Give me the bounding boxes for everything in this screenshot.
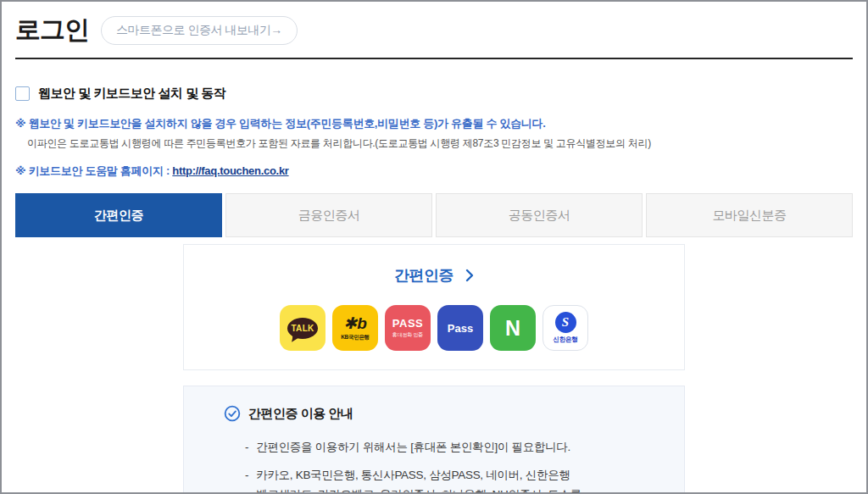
- tab-financial-cert[interactable]: 금융인증서: [225, 193, 432, 237]
- tab-mobile-id[interactable]: 모바일신분증: [646, 193, 853, 237]
- auth-provider-icons: TALK ✱b KB국민은행 PASS 휴대전화 인증 Pass N S: [184, 305, 684, 351]
- login-page: 로그인 스마트폰으로 인증서 내보내기→ 웹보안 및 키보드보안 설치 및 동작…: [0, 0, 868, 494]
- guide-bullet-line: 카카오, KB국민은행, 통신사PASS, 삼성PASS, 네이버, 신한은행: [256, 466, 581, 485]
- security-warning-text: ※ 웹보안 및 키보드보안을 설치하지 않을 경우 입력하는 정보(주민등록번호…: [15, 116, 853, 131]
- help-label: ※ 키보드보안 도움말 홈페이지 :: [15, 164, 172, 177]
- pass-sublabel: 휴대전화 인증: [392, 331, 423, 339]
- shinhan-bank-icon[interactable]: S 신한은행: [542, 305, 588, 351]
- keyboard-security-help-link[interactable]: http://faq.touchen.co.kr: [172, 164, 288, 177]
- guide-bullet: - 카카오, KB국민은행, 통신사PASS, 삼성PASS, 네이버, 신한은…: [245, 466, 659, 494]
- shinhan-bank-label: 신한은행: [554, 336, 578, 344]
- tab-simple-auth[interactable]: 간편인증: [15, 193, 222, 237]
- tab-joint-cert[interactable]: 공동인증서: [436, 193, 643, 237]
- shinhan-logo-icon: S: [555, 312, 576, 333]
- keyboard-security-help-line: ※ 키보드보안 도움말 홈페이지 : http://faq.touchen.co…: [15, 164, 853, 179]
- security-checkbox[interactable]: [15, 86, 30, 101]
- kb-bank-icon[interactable]: ✱b KB국민은행: [332, 305, 378, 351]
- samsung-pass-label: Pass: [448, 322, 473, 335]
- kb-logo-symbol: ✱b: [343, 315, 367, 331]
- simple-auth-heading[interactable]: 간편인증: [184, 265, 684, 286]
- kakaotalk-icon[interactable]: TALK: [280, 305, 326, 351]
- kb-bank-label: KB국민은행: [341, 334, 370, 341]
- guide-bullet-list: - 간편인증을 이용하기 위해서는 [휴대폰 본인확인]이 필요합니다. - 카…: [224, 438, 659, 494]
- naver-icon[interactable]: N: [490, 305, 536, 351]
- shinhan-logo-symbol: S: [562, 316, 569, 329]
- simple-auth-guide-box: 간편인증 이용 안내 - 간편인증을 이용하기 위해서는 [휴대폰 본인확인]이…: [183, 386, 685, 494]
- export-certificate-button[interactable]: 스마트폰으로 인증서 내보내기→: [101, 16, 298, 45]
- header-divider: [15, 58, 853, 59]
- pass-label: PASS: [392, 318, 423, 329]
- guide-heading: 간편인증 이용 안내: [224, 405, 659, 422]
- simple-auth-heading-label: 간편인증: [394, 265, 453, 286]
- samsung-pass-icon[interactable]: Pass: [437, 305, 483, 351]
- guide-bullet-line: 뱅크샐러드, 카카오뱅크, 우리인증서, 하나은행, NH인증서, 토스를: [256, 486, 581, 494]
- security-checkbox-row: 웹보안 및 키보드보안 설치 및 동작: [15, 86, 853, 102]
- page-header: 로그인 스마트폰으로 인증서 내보내기→: [2, 2, 866, 47]
- naver-n-label: N: [505, 316, 520, 341]
- bullet-dash: -: [245, 438, 248, 457]
- guide-bullet-line: 간편인증을 이용하기 위해서는 [휴대폰 본인확인]이 필요합니다.: [256, 438, 570, 457]
- pass-telecom-icon[interactable]: PASS 휴대전화 인증: [385, 305, 431, 351]
- guide-bullet: - 간편인증을 이용하기 위해서는 [휴대폰 본인확인]이 필요합니다.: [245, 438, 659, 457]
- bullet-dash: -: [245, 466, 248, 494]
- kakao-talk-label: TALK: [291, 324, 314, 333]
- guide-heading-label: 간편인증 이용 안내: [248, 406, 353, 422]
- check-circle-icon: [224, 405, 241, 422]
- auth-tabs: 간편인증 금융인증서 공동인증서 모바일신분증: [15, 193, 853, 237]
- simple-auth-panel: 간편인증 TALK ✱b KB국민은행 PASS 휴대전화 인증 Pass N: [183, 244, 685, 370]
- security-subnote-text: 이파인은 도로교통법 시행령에 따른 주민등록번호가 포함된 자료를 처리합니다…: [27, 136, 853, 151]
- kakao-speech-bubble-icon: TALK: [287, 318, 318, 339]
- chevron-right-icon: [465, 269, 474, 282]
- security-checkbox-label: 웹보안 및 키보드보안 설치 및 동작: [38, 86, 225, 102]
- page-title: 로그인: [15, 13, 89, 47]
